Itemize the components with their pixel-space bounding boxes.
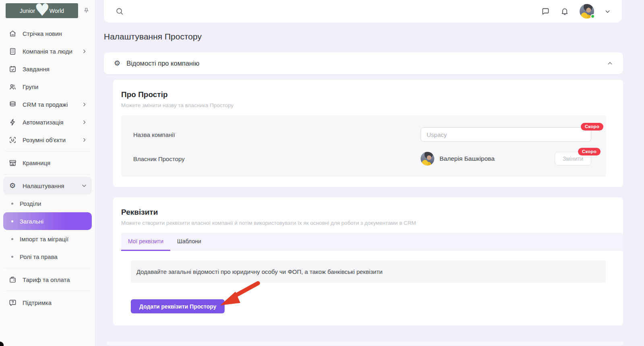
sidebar-item-label: Підтримка [23, 299, 52, 306]
sidebar: Junior ♥ World Стрічка новин [0, 0, 95, 346]
chevron-down-icon[interactable] [605, 8, 611, 15]
divider [5, 268, 90, 268]
gear-icon: ⚙ [114, 60, 120, 67]
soon-badge: Скоро [581, 123, 603, 131]
company-name-row: Назва компанії Скоро [133, 127, 591, 142]
smart-objects-icon [8, 136, 17, 144]
sidebar-item-crm[interactable]: CRM та продажі [3, 95, 92, 113]
sidebar-subitem-label: Загальні [20, 218, 43, 225]
home-icon [8, 29, 17, 38]
requisites-panel: Реквізити Можете створити реквізити влас… [113, 197, 623, 325]
sidebar-item-smart-objects[interactable]: Розумні об'єкти [3, 131, 92, 149]
sidebar-item-label: Крамниця [23, 160, 50, 166]
status-online-dot [590, 14, 595, 19]
company-name-label: Назва компанії [133, 131, 421, 138]
sidebar-item-label: Групи [23, 83, 38, 90]
sidebar-item-marketplace[interactable]: Крамниця [3, 154, 92, 172]
sidebar-item-label: Розумні об'єкти [23, 137, 66, 143]
shop-icon [8, 159, 17, 167]
company-info-card-title: Відомості про компанію [126, 60, 199, 67]
about-space-title: Про Простір [121, 90, 606, 99]
sidebar-subitem-label: Ролі та права [20, 253, 58, 260]
sidebar-item-label: CRM та продажі [23, 101, 68, 108]
sidebar-item-label: Автоматизація [23, 119, 64, 126]
bell-icon[interactable] [560, 7, 569, 16]
requisites-tabs: Мої реквізити Шаблони [121, 233, 623, 251]
sidebar-item-tariff-payment[interactable]: Тариф та оплата [3, 271, 92, 288]
chevron-right-icon [82, 49, 87, 54]
about-space-form: Назва компанії Скоро Власник Простору Ва… [121, 116, 606, 177]
divider [5, 174, 90, 174]
requisites-title: Реквізити [113, 208, 623, 217]
sidebar-subitem-sections[interactable]: Розділи [3, 195, 92, 212]
sidebar-subitem-label: Імпорт та міграції [20, 236, 68, 242]
chevron-up-icon[interactable] [607, 60, 613, 66]
sidebar-item-label: Завдання [23, 66, 50, 73]
sidebar-item-label: Стрічка новин [23, 30, 62, 37]
heart-pets-icon: ♥ [35, 4, 50, 16]
sidebar-item-automation[interactable]: Автоматизація [3, 113, 92, 131]
database-icon [8, 100, 17, 109]
sidebar-item-newsfeed[interactable]: Стрічка новин [3, 25, 92, 42]
main-area: Налаштування Простору ⚙ Відомості про ко… [95, 0, 644, 346]
bullet-icon [11, 203, 13, 205]
requisites-info-message: Додавайте загальні відомості про юридичн… [131, 261, 606, 283]
divider [5, 151, 90, 151]
gear-icon: ⚙ [8, 182, 17, 189]
owner-avatar [421, 152, 434, 166]
horizontal-scrollbar[interactable] [107, 342, 623, 345]
pin-icon[interactable] [83, 7, 90, 15]
avatar[interactable] [580, 4, 594, 19]
sidebar-item-settings[interactable]: ⚙ Налаштування [3, 177, 92, 195]
sidebar-subitem-roles-rights[interactable]: Ролі та права [3, 248, 92, 265]
support-icon [8, 298, 17, 307]
company-name-input[interactable] [421, 127, 591, 142]
sidebar-subitem-general[interactable]: Загальні [3, 212, 92, 230]
sidebar-item-label: Налаштування [23, 182, 64, 189]
calendar-check-icon [8, 65, 17, 73]
divider [5, 291, 90, 291]
logo-text-left: Junior [20, 8, 35, 14]
space-owner-label: Власник Простору [133, 155, 421, 162]
requisites-subtitle: Можете створити реквізити власної компан… [113, 220, 623, 226]
chat-icon[interactable] [541, 7, 550, 16]
sidebar-item-company-people[interactable]: Компанія та люди [3, 42, 92, 60]
soon-badge: Скоро [578, 148, 601, 155]
company-info-card-header[interactable]: ⚙ Відомості про компанію [104, 52, 623, 74]
search-icon[interactable] [115, 7, 124, 16]
sidebar-item-groups[interactable]: Групи [3, 78, 92, 95]
bullet-icon [11, 256, 13, 258]
chevron-right-icon [82, 137, 87, 143]
bullet-icon [11, 220, 13, 222]
sidebar-item-tasks[interactable]: Завдання [3, 60, 92, 78]
people-icon [8, 83, 17, 91]
logo-text-right: World [50, 8, 64, 14]
page-title: Налаштування Простору [104, 32, 644, 41]
tab-my-requisites[interactable]: Мої реквізити [121, 233, 170, 251]
sidebar-item-label: Компанія та люди [23, 48, 72, 55]
sidebar-item-label: Тариф та оплата [23, 276, 70, 283]
building-icon [8, 47, 17, 56]
sidebar-subitem-label: Розділи [20, 200, 41, 207]
chevron-right-icon [82, 120, 87, 125]
about-space-subtitle: Можете змінити назву та власника Простор… [121, 102, 606, 108]
wallet-icon [8, 276, 17, 284]
sidebar-subitem-import-migration[interactable]: Імпорт та міграції [3, 230, 92, 248]
owner-name: Валерія Башкірова [440, 155, 495, 162]
space-owner-row: Власник Простору Валерія Башкірова Зміни… [133, 152, 591, 166]
sidebar-nav: Стрічка новин Компанія та люди Завд [0, 18, 95, 311]
workspace-logo[interactable]: Junior ♥ World [6, 3, 78, 18]
add-requisites-button[interactable]: Додати реквізити Простору [131, 299, 225, 313]
sidebar-item-support[interactable]: Підтримка [3, 294, 92, 311]
bullet-icon [11, 238, 13, 240]
about-space-panel: Про Простір Можете змінити назву та влас… [113, 80, 623, 187]
chevron-right-icon [82, 102, 87, 107]
lightning-icon [8, 118, 17, 126]
topbar [104, 0, 622, 23]
tab-templates[interactable]: Шаблони [170, 233, 208, 251]
chevron-down-icon [81, 183, 87, 189]
